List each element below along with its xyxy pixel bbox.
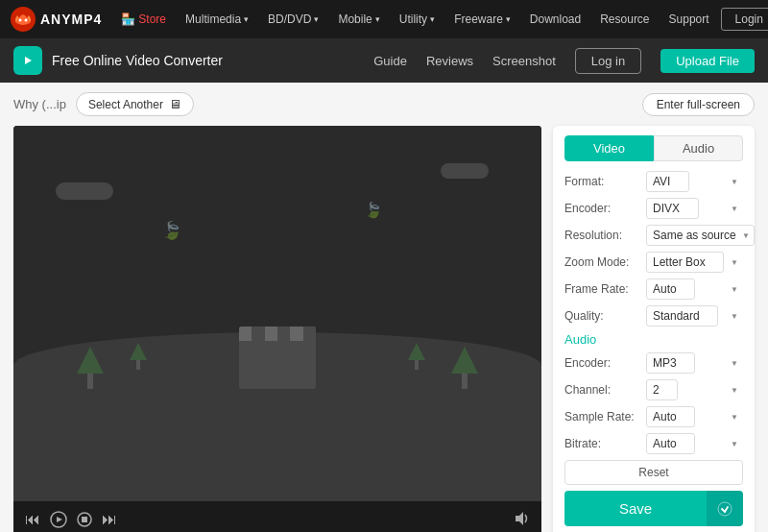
save-icon-button[interactable] bbox=[707, 491, 743, 526]
stop-button[interactable] bbox=[77, 512, 92, 527]
tab-video[interactable]: Video bbox=[564, 135, 654, 161]
frame-rate-label: Frame Rate: bbox=[564, 282, 646, 296]
channel-select[interactable]: 2 bbox=[646, 379, 678, 400]
svg-marker-5 bbox=[57, 517, 62, 522]
bitrate-label: Bitrate: bbox=[564, 437, 646, 450]
video-controls: ⏮ ⏭ bbox=[13, 501, 541, 532]
skip-back-button[interactable]: ⏮ bbox=[25, 511, 40, 528]
nav-item-support[interactable]: Support bbox=[661, 0, 717, 38]
nav-item-store[interactable]: 🏪 Store bbox=[113, 0, 174, 38]
chevron-down-icon: ▾ bbox=[506, 14, 511, 24]
sample-rate-row: Sample Rate: Auto bbox=[564, 406, 743, 427]
encoder-label: Encoder: bbox=[564, 202, 646, 215]
video-player: 🍃 🍃 ⏮ ⏭ bbox=[13, 126, 541, 532]
tab-audio[interactable]: Audio bbox=[654, 135, 743, 161]
resolution-row: Resolution: Same as source bbox=[564, 225, 743, 246]
reset-button[interactable]: Reset bbox=[564, 460, 743, 485]
chevron-down-icon: ▾ bbox=[244, 14, 249, 24]
audio-section-label: Audio bbox=[564, 332, 743, 347]
skip-forward-button[interactable]: ⏭ bbox=[102, 511, 117, 528]
app-logo-icon bbox=[13, 46, 42, 75]
main-content: Why (...ip Select Another 🖥 Enter full-s… bbox=[0, 83, 768, 532]
encoder-row: Encoder: DIVX bbox=[564, 198, 743, 219]
full-screen-button[interactable]: Enter full-screen bbox=[642, 93, 755, 116]
monitor-icon: 🖥 bbox=[169, 97, 181, 111]
upload-file-button[interactable]: Upload File bbox=[660, 49, 755, 73]
quality-row: Quality: Standard bbox=[564, 305, 743, 326]
screenshot-link[interactable]: Screenshot bbox=[492, 54, 556, 68]
bitrate-select[interactable]: Auto bbox=[646, 433, 695, 454]
logo[interactable]: ANYMP4 bbox=[10, 6, 102, 33]
reviews-link[interactable]: Reviews bbox=[426, 54, 473, 68]
sample-rate-label: Sample Rate: bbox=[564, 410, 646, 423]
svg-point-2 bbox=[25, 19, 28, 22]
resolution-select[interactable]: Same as source bbox=[646, 225, 755, 246]
nav-login-button[interactable]: Login bbox=[721, 8, 768, 31]
chevron-down-icon: ▾ bbox=[375, 14, 380, 24]
bitrate-row: Bitrate: Auto bbox=[564, 433, 743, 454]
zoom-mode-row: Zoom Mode: Letter Box bbox=[564, 252, 743, 273]
app-login-button[interactable]: Log in bbox=[575, 48, 641, 74]
toolbar: Why (...ip Select Another 🖥 Enter full-s… bbox=[13, 92, 755, 116]
nav-item-utility[interactable]: Utility ▾ bbox=[392, 0, 443, 38]
top-navigation: ANYMP4 🏪 Store Multimedia ▾ BD/DVD ▾ Mob… bbox=[0, 0, 768, 38]
why-text: Why (...ip bbox=[13, 97, 66, 111]
cloud-right bbox=[441, 163, 489, 179]
select-another-button[interactable]: Select Another 🖥 bbox=[76, 92, 194, 116]
format-select[interactable]: AVI bbox=[646, 171, 689, 192]
audio-encoder-select[interactable]: MP3 bbox=[646, 352, 695, 374]
app-header: Free Online Video Converter Guide Review… bbox=[0, 38, 768, 83]
channel-label: Channel: bbox=[564, 383, 646, 397]
clapboard bbox=[239, 326, 316, 389]
cloud-left bbox=[56, 182, 113, 200]
resolution-label: Resolution: bbox=[564, 229, 646, 242]
quality-label: Quality: bbox=[564, 309, 646, 323]
nav-item-mobile[interactable]: Mobile ▾ bbox=[330, 0, 387, 38]
nav-item-bddvd[interactable]: BD/DVD ▾ bbox=[260, 0, 326, 38]
svg-point-1 bbox=[19, 19, 22, 22]
leaf-left: 🍃 bbox=[161, 220, 182, 241]
logo-icon bbox=[10, 6, 36, 33]
frame-rate-row: Frame Rate: Auto bbox=[564, 278, 743, 300]
leaf-right: 🍃 bbox=[364, 201, 383, 219]
encoder-select[interactable]: DIVX bbox=[646, 198, 699, 219]
logo-text: ANYMP4 bbox=[40, 12, 102, 27]
nav-item-download[interactable]: Download bbox=[522, 0, 588, 38]
format-select-wrapper: AVI bbox=[646, 171, 743, 192]
svg-rect-7 bbox=[82, 517, 87, 522]
channel-row: Channel: 2 bbox=[564, 379, 743, 400]
sample-rate-select[interactable]: Auto bbox=[646, 406, 695, 427]
guide-link[interactable]: Guide bbox=[373, 54, 407, 68]
nav-item-freeware[interactable]: Freeware ▾ bbox=[446, 0, 518, 38]
video-display: 🍃 🍃 bbox=[13, 126, 541, 501]
play-button[interactable] bbox=[50, 511, 67, 528]
audio-encoder-label: Encoder: bbox=[564, 356, 646, 370]
frame-rate-select[interactable]: Auto bbox=[646, 278, 695, 300]
tree-small-left bbox=[130, 343, 147, 370]
save-button[interactable]: Save bbox=[564, 491, 707, 526]
zoom-mode-label: Zoom Mode: bbox=[564, 255, 646, 269]
app-title: Free Online Video Converter bbox=[52, 53, 373, 68]
chevron-down-icon: ▾ bbox=[314, 14, 319, 24]
nav-item-resource[interactable]: Resource bbox=[592, 0, 657, 38]
audio-encoder-row: Encoder: MP3 bbox=[564, 352, 743, 374]
settings-panel: Video Audio Format: AVI Encoder: bbox=[553, 126, 755, 532]
app-header-nav: Guide Reviews Screenshot Log in Upload F… bbox=[373, 48, 755, 74]
tree-right bbox=[451, 347, 478, 389]
format-label: Format: bbox=[564, 175, 646, 188]
bottom-area: Reset Save bbox=[564, 460, 743, 526]
save-icon bbox=[717, 501, 732, 517]
video-bg-scene: 🍃 🍃 bbox=[13, 126, 541, 501]
video-settings-section: Format: AVI Encoder: DIVX bbox=[564, 171, 743, 460]
nav-item-multimedia[interactable]: Multimedia ▾ bbox=[178, 0, 256, 38]
quality-select[interactable]: Standard bbox=[646, 305, 718, 326]
format-row: Format: AVI bbox=[564, 171, 743, 192]
tab-row: Video Audio bbox=[564, 135, 743, 161]
svg-point-9 bbox=[718, 502, 732, 516]
volume-icon bbox=[513, 510, 530, 530]
tree-left bbox=[77, 347, 104, 389]
chevron-down-icon: ▾ bbox=[430, 14, 435, 24]
content-row: 🍃 🍃 ⏮ ⏭ bbox=[13, 126, 755, 532]
zoom-mode-select[interactable]: Letter Box bbox=[646, 252, 724, 273]
svg-marker-8 bbox=[516, 512, 523, 525]
